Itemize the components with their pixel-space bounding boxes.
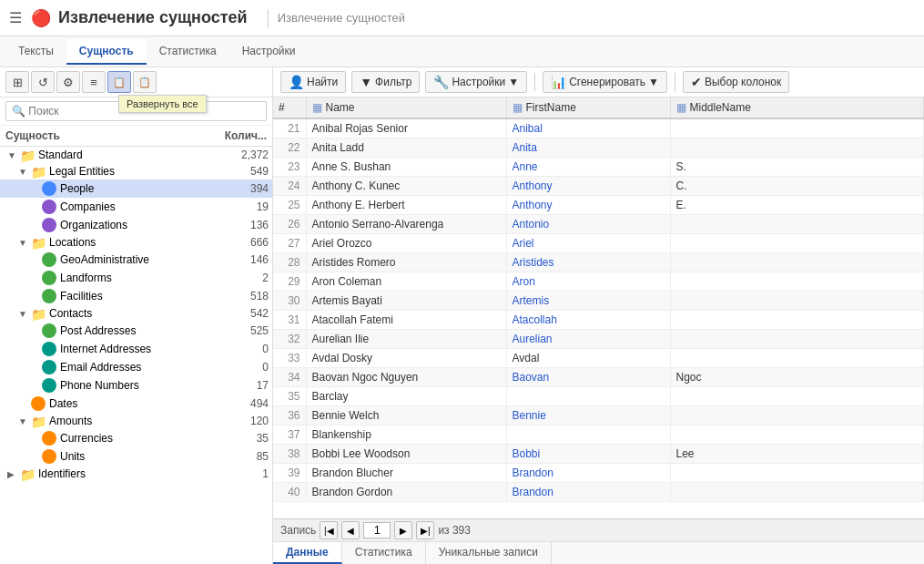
table-row[interactable]: 22Anita LaddAnita [273,138,924,158]
app-container: ☰ 🔴 Извлечение сущностей Извлечение сущн… [0,0,924,564]
nav-first-button[interactable]: |◀ [320,521,338,539]
generate-label: Сгенерировать [569,76,645,88]
cell-num: 32 [273,330,306,349]
table-row[interactable]: 26Antonio Serrano-AlvarengaAntonio [273,215,924,234]
folder-contacts: 📁 [31,307,46,320]
cell-middlename: S. [670,158,924,177]
tree-item-organizations[interactable]: Organizations 136 [0,216,272,234]
col-header-firstname[interactable]: ▦ FirstName [506,97,670,118]
find-label: Найти [307,76,338,88]
expand-button[interactable]: 📋 [107,71,131,93]
tree-item-standard[interactable]: ▼ 📁 Standard 2,372 [0,147,272,163]
folder-locations: 📁 [31,236,46,249]
nav-prev-button[interactable]: ◀ [341,521,360,539]
table-row[interactable]: 23Anne S. BushanAnneS. [273,158,924,177]
tab-texts[interactable]: Тексты [5,39,66,65]
table-row[interactable]: 32Aurelian IlieAurelian [273,330,924,349]
cell-num: 21 [273,118,306,138]
hamburger-button[interactable]: ☰ [9,9,22,26]
tab-settings[interactable]: Настройки [229,39,309,65]
copy-button[interactable]: ⊞ [5,71,29,93]
tree-item-dates[interactable]: Dates 494 [0,395,272,413]
icon-dates [31,396,46,411]
bottom-tab-statistics[interactable]: Статистика [342,542,426,564]
tree-item-people[interactable]: People 394 [0,179,272,198]
generate-icon: 📊 [551,75,566,89]
settings-right-button[interactable]: 🔧 Настройки ▼ [425,71,527,93]
tree-item-locations[interactable]: ▼ 📁 Locations 666 [0,234,272,251]
tree-item-internet-addr[interactable]: Internet Addresses 0 [0,340,272,358]
app-title: Извлечение сущностей [58,8,248,27]
table-row[interactable]: 33Avdal DoskyAvdal [273,349,924,368]
label-internet-addr: Internet Addresses [60,343,223,355]
cell-firstname [506,426,670,445]
tab-entities[interactable]: Сущность [66,39,147,65]
bottom-tab-data[interactable]: Данные [273,542,342,564]
nav-last-button[interactable]: ▶| [416,521,434,539]
statusbar: Запись |◀ ◀ ▶ ▶| из 393 [273,518,924,541]
label-people: People [60,182,223,195]
col-header-middlename[interactable]: ▦ MiddleName [670,97,924,118]
columns-button[interactable]: ✔ Выбор колонок [683,71,789,93]
table-row[interactable]: 28Aristides RomeroAristides [273,253,924,272]
generate-button[interactable]: 📊 Сгенерировать ▼ [543,71,667,93]
tree-header: Сущность Колич... [0,126,272,147]
tree-item-contacts[interactable]: ▼ 📁 Contacts 542 [0,305,272,322]
tree-item-currencies[interactable]: Currencies 35 [0,429,272,447]
table-row[interactable]: 36Bennie WelchBennie [273,406,924,426]
copy2-button[interactable]: 📋 [133,71,157,93]
tree-item-companies[interactable]: Companies 19 [0,198,272,216]
table-row[interactable]: 24Anthony C. KunecAnthonyC. [273,177,924,196]
tooltip: Развернуть все [118,95,207,113]
count-post-addr: 525 [223,324,269,337]
cell-num: 35 [273,387,306,406]
settings-button[interactable]: ⚙ [56,71,80,93]
tree-item-post-addr[interactable]: Post Addresses 525 [0,322,272,340]
cell-middlename [670,253,924,272]
table-row[interactable]: 39Brandon BlucherBrandon [273,464,924,483]
cell-name: Antonio Serrano-Alvarenga [306,215,506,234]
table-row[interactable]: 37Blankenship [273,426,924,445]
tree-item-identifiers[interactable]: ▶ 📁 Identifiers 1 [0,466,272,482]
list-button[interactable]: ≡ [82,71,106,93]
filter-button[interactable]: ▼ Фильтр [351,71,420,93]
page-input[interactable] [363,522,391,538]
tree-item-units[interactable]: Units 85 [0,447,272,466]
tree-item-geoadmin[interactable]: GeoAdministrative 146 [0,251,272,269]
tab-statistics[interactable]: Статистика [147,39,229,65]
tree-item-email-addr[interactable]: Email Addresses 0 [0,358,272,376]
icon-units [42,449,56,464]
cell-middlename [670,272,924,292]
icon-companies [42,200,56,214]
tree-item-landforms[interactable]: Landforms 2 [0,269,272,287]
table-row[interactable]: 38Bobbi Lee WoodsonBobbiLee [273,445,924,464]
tree-col-name: Сущность [5,129,221,142]
table-row[interactable]: 25Anthony E. HerbertAnthonyE. [273,196,924,215]
table-row[interactable]: 34Baovan Ngoc NguyenBaovanNgoc [273,368,924,387]
table-row[interactable]: 40Brandon GordonBrandon [273,483,924,502]
table-header-row: # ▦ Name ▦ FirstN [273,97,924,118]
cell-name: Bobbi Lee Woodson [306,445,506,464]
tree-item-legal-entities[interactable]: ▼ 📁 Legal Entities 549 [0,163,272,179]
left-toolbar: ⊞ ↺ ⚙ ≡ 📋 📋 Развернуть все [0,67,272,97]
table-row[interactable]: 27Ariel OrozcoAriel [273,234,924,253]
find-button[interactable]: 👤 Найти [280,71,346,93]
cell-name: Anne S. Bushan [306,158,506,177]
bottom-tab-unique[interactable]: Уникальные записи [426,542,552,564]
arrow-locations: ▼ [18,238,31,248]
nav-next-button[interactable]: ▶ [394,521,412,539]
table-row[interactable]: 21Anibal Rojas SeniorAnibal [273,118,924,138]
tree-item-phone-numbers[interactable]: Phone Numbers 17 [0,376,272,395]
cell-firstname: Aron [506,272,670,292]
tree-item-facilities[interactable]: Facilities 518 [0,287,272,305]
table-row[interactable]: 31Atacollah FatemiAtacollah [273,311,924,330]
table-row[interactable]: 29Aron ColemanAron [273,272,924,292]
col-header-name[interactable]: ▦ Name [306,97,506,118]
table-row[interactable]: 30Artemis BayatiArtemis [273,292,924,311]
table-row[interactable]: 35Barclay [273,387,924,406]
tree-item-amounts[interactable]: ▼ 📁 Amounts 120 [0,413,272,429]
right-toolbar: 👤 Найти ▼ Фильтр 🔧 Настройки ▼ 📊 Сгенери… [273,67,924,97]
columns-icon: ✔ [691,75,702,89]
refresh-button[interactable]: ↺ [31,71,55,93]
cell-num: 23 [273,158,306,177]
